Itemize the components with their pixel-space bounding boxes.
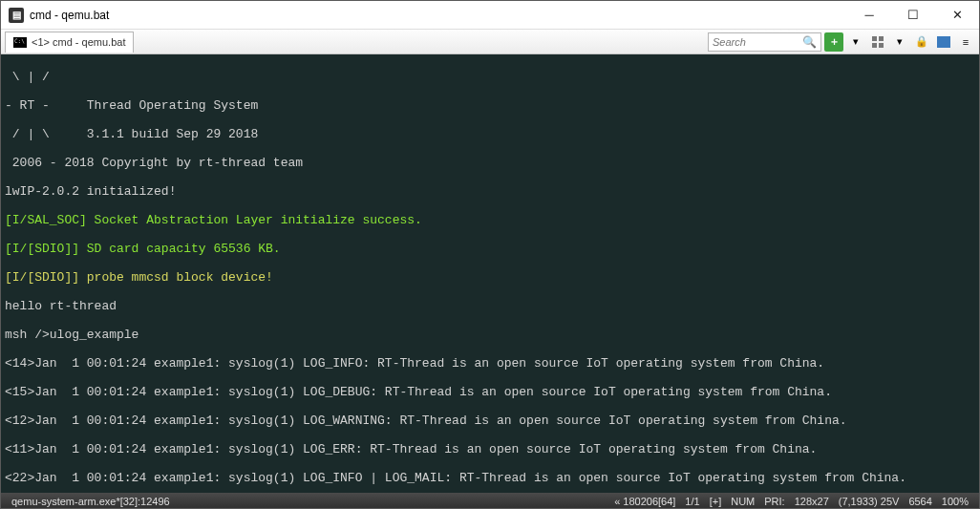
minimize-button[interactable]: ─: [847, 1, 891, 30]
status-seg: 128x27: [790, 496, 834, 507]
svg-rect-0: [872, 36, 877, 41]
dropdown-button[interactable]: ▾: [846, 32, 865, 52]
term-line: msh />ulog_example: [5, 328, 975, 342]
lock-icon[interactable]: 🔒: [912, 32, 931, 52]
terminal-output[interactable]: \ | / - RT - Thread Operating System / |…: [1, 54, 979, 493]
grid-button[interactable]: [868, 32, 887, 52]
svg-rect-5: [937, 36, 942, 48]
status-seg: 1/1: [680, 496, 704, 507]
dropdown2-button[interactable]: ▾: [890, 32, 909, 52]
svg-rect-1: [879, 36, 884, 41]
term-line: hello rt-thread: [5, 299, 975, 313]
term-line: [I/[SDIO]] probe mmcsd block device!: [5, 270, 975, 285]
status-seg: NUM: [726, 496, 759, 507]
term-line: <22>Jan 1 00:01:24 example1: syslog(1) L…: [5, 471, 975, 485]
term-line: <12>Jan 1 00:01:24 example1: syslog(1) L…: [5, 414, 975, 428]
add-tab-button[interactable]: ＋: [824, 32, 843, 52]
status-seg: [+]: [705, 496, 727, 507]
term-line: \ | /: [5, 70, 975, 84]
term-line: 2006 - 2018 Copyright by rt-thread team: [5, 156, 975, 170]
svg-rect-2: [872, 43, 877, 48]
status-seg: 6564: [904, 496, 936, 507]
status-seg: « 180206[64]: [609, 496, 680, 507]
search-icon[interactable]: 🔍: [799, 35, 817, 49]
term-line: <15>Jan 1 00:01:24 example1: syslog(1) L…: [5, 385, 975, 399]
status-seg: (7,1933) 25V: [834, 496, 905, 507]
close-button[interactable]: ✕: [935, 1, 979, 30]
search-box[interactable]: 🔍: [708, 32, 821, 52]
term-line: / | \ 3.1.1 build Sep 29 2018: [5, 127, 975, 141]
statusbar: qemu-system-arm.exe*[32]:12496 « 180206[…: [1, 493, 979, 509]
cmd-icon: [13, 37, 27, 48]
term-line: [I/[SDIO]] SD card capacity 65536 KB.: [5, 242, 975, 256]
tab-1[interactable]: <1> cmd - qemu.bat: [5, 32, 134, 53]
status-seg: 100%: [937, 496, 973, 507]
term-line: lwIP-2.0.2 initialized!: [5, 184, 975, 199]
status-process: qemu-system-arm.exe*[32]:12496: [7, 496, 175, 507]
layout-button[interactable]: [934, 32, 953, 52]
window-title: cmd - qemu.bat: [30, 9, 847, 22]
svg-rect-3: [879, 43, 884, 48]
search-input[interactable]: [713, 36, 799, 48]
term-line: [I/SAL_SOC] Socket Abstraction Layer ini…: [5, 213, 975, 227]
term-line: <11>Jan 1 00:01:24 example1: syslog(1) L…: [5, 442, 975, 456]
app-icon: ▤: [9, 8, 24, 23]
titlebar: ▤ cmd - qemu.bat ─ ☐ ✕: [1, 1, 979, 30]
term-line: - RT - Thread Operating System: [5, 98, 975, 113]
tab-label: <1> cmd - qemu.bat: [32, 36, 125, 48]
maximize-button[interactable]: ☐: [891, 1, 935, 30]
toolbar: <1> cmd - qemu.bat 🔍 ＋ ▾ ▾ 🔒 ≡: [1, 30, 979, 54]
term-line: <14>Jan 1 00:01:24 example1: syslog(1) L…: [5, 356, 975, 371]
status-seg: PRI:: [759, 496, 789, 507]
menu-button[interactable]: ≡: [956, 32, 975, 52]
